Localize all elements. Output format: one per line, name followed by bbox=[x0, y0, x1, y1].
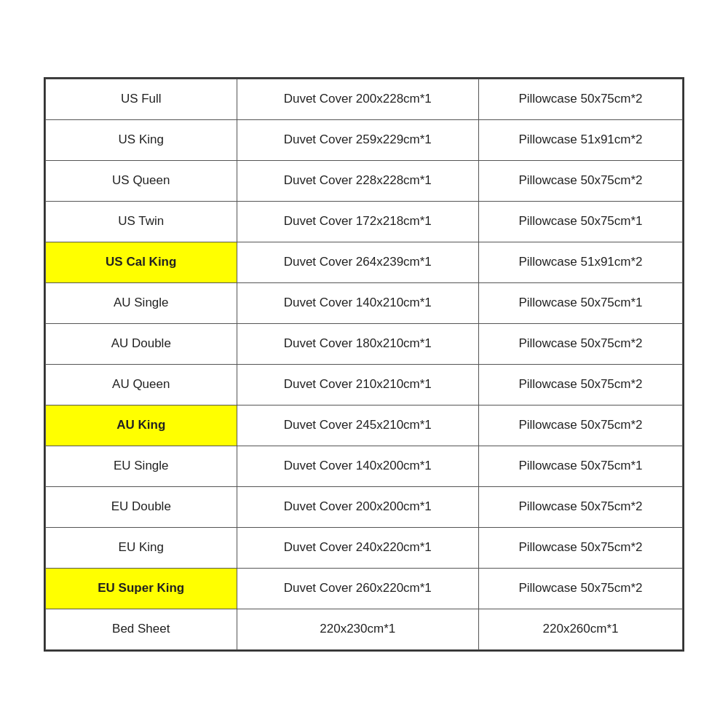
row-pillow: Pillowcase 50x75cm*2 bbox=[479, 527, 683, 568]
row-name: AU King bbox=[46, 405, 237, 446]
row-duvet: Duvet Cover 259x229cm*1 bbox=[237, 119, 479, 160]
table-row: AU SingleDuvet Cover 140x210cm*1Pillowca… bbox=[46, 282, 683, 323]
row-name: US Cal King bbox=[46, 242, 237, 282]
row-name: AU Queen bbox=[46, 364, 237, 405]
table-row: US TwinDuvet Cover 172x218cm*1Pillowcase… bbox=[46, 201, 683, 242]
row-duvet: Duvet Cover 140x210cm*1 bbox=[237, 282, 479, 323]
row-duvet: Duvet Cover 210x210cm*1 bbox=[237, 364, 479, 405]
table-row: EU DoubleDuvet Cover 200x200cm*1Pillowca… bbox=[46, 486, 683, 527]
row-duvet: Duvet Cover 228x228cm*1 bbox=[237, 160, 479, 201]
row-duvet: Duvet Cover 245x210cm*1 bbox=[237, 405, 479, 446]
size-table: US FullDuvet Cover 200x228cm*1Pillowcase… bbox=[45, 79, 683, 650]
table-row: EU Super KingDuvet Cover 260x220cm*1Pill… bbox=[46, 568, 683, 609]
row-name: EU Double bbox=[46, 486, 237, 527]
row-name: US Full bbox=[46, 79, 237, 119]
row-name: AU Double bbox=[46, 323, 237, 364]
table-row: US KingDuvet Cover 259x229cm*1Pillowcase… bbox=[46, 119, 683, 160]
row-name: US King bbox=[46, 119, 237, 160]
row-pillow: Pillowcase 50x75cm*2 bbox=[479, 160, 683, 201]
row-duvet: Duvet Cover 140x200cm*1 bbox=[237, 446, 479, 486]
row-duvet: Duvet Cover 200x200cm*1 bbox=[237, 486, 479, 527]
row-pillow: Pillowcase 50x75cm*2 bbox=[479, 323, 683, 364]
row-name: EU Super King bbox=[46, 568, 237, 609]
table-wrapper: US FullDuvet Cover 200x228cm*1Pillowcase… bbox=[44, 77, 684, 652]
row-pillow: Pillowcase 50x75cm*2 bbox=[479, 364, 683, 405]
table-row: AU DoubleDuvet Cover 180x210cm*1Pillowca… bbox=[46, 323, 683, 364]
table-row: US QueenDuvet Cover 228x228cm*1Pillowcas… bbox=[46, 160, 683, 201]
row-pillow: 220x260cm*1 bbox=[479, 609, 683, 649]
table-row: EU SingleDuvet Cover 140x200cm*1Pillowca… bbox=[46, 446, 683, 486]
row-pillow: Pillowcase 50x75cm*2 bbox=[479, 405, 683, 446]
row-name: US Twin bbox=[46, 201, 237, 242]
row-pillow: Pillowcase 51x91cm*2 bbox=[479, 119, 683, 160]
row-name: EU Single bbox=[46, 446, 237, 486]
table-row: Bed Sheet220x230cm*1220x260cm*1 bbox=[46, 609, 683, 649]
row-duvet: Duvet Cover 264x239cm*1 bbox=[237, 242, 479, 282]
table-row: AU QueenDuvet Cover 210x210cm*1Pillowcas… bbox=[46, 364, 683, 405]
table-row: US FullDuvet Cover 200x228cm*1Pillowcase… bbox=[46, 79, 683, 119]
row-pillow: Pillowcase 50x75cm*2 bbox=[479, 79, 683, 119]
row-duvet: Duvet Cover 172x218cm*1 bbox=[237, 201, 479, 242]
row-name: AU Single bbox=[46, 282, 237, 323]
row-pillow: Pillowcase 51x91cm*2 bbox=[479, 242, 683, 282]
row-duvet: 220x230cm*1 bbox=[237, 609, 479, 649]
row-pillow: Pillowcase 50x75cm*1 bbox=[479, 201, 683, 242]
table-row: US Cal KingDuvet Cover 264x239cm*1Pillow… bbox=[46, 242, 683, 282]
row-name: US Queen bbox=[46, 160, 237, 201]
table-row: AU KingDuvet Cover 245x210cm*1Pillowcase… bbox=[46, 405, 683, 446]
row-duvet: Duvet Cover 260x220cm*1 bbox=[237, 568, 479, 609]
table-row: EU KingDuvet Cover 240x220cm*1Pillowcase… bbox=[46, 527, 683, 568]
row-duvet: Duvet Cover 240x220cm*1 bbox=[237, 527, 479, 568]
row-pillow: Pillowcase 50x75cm*1 bbox=[479, 282, 683, 323]
row-duvet: Duvet Cover 200x228cm*1 bbox=[237, 79, 479, 119]
row-pillow: Pillowcase 50x75cm*2 bbox=[479, 486, 683, 527]
row-pillow: Pillowcase 50x75cm*2 bbox=[479, 568, 683, 609]
row-duvet: Duvet Cover 180x210cm*1 bbox=[237, 323, 479, 364]
row-pillow: Pillowcase 50x75cm*1 bbox=[479, 446, 683, 486]
row-name: Bed Sheet bbox=[46, 609, 237, 649]
row-name: EU King bbox=[46, 527, 237, 568]
page-container: US FullDuvet Cover 200x228cm*1Pillowcase… bbox=[0, 0, 728, 728]
